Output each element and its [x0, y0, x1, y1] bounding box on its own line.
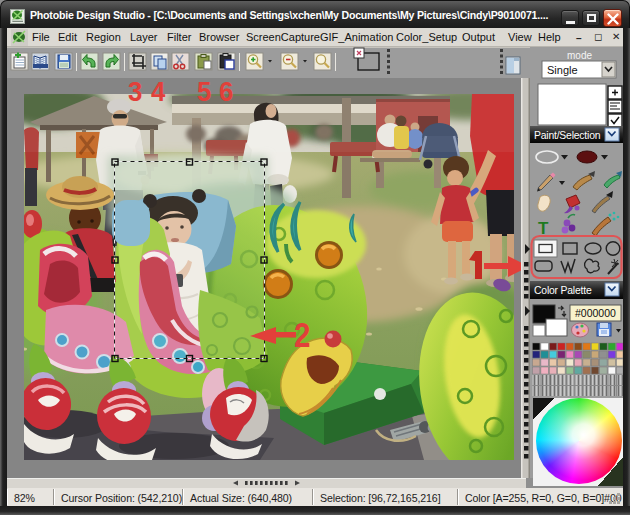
svg-text:mode: mode [567, 50, 592, 61]
svg-text:Paint/Selection: Paint/Selection [534, 130, 601, 141]
svg-text:5: 5 [197, 76, 211, 107]
svg-text:Color Palette: Color Palette [534, 285, 592, 296]
svg-text:#000000: #000000 [575, 307, 616, 319]
svg-text:6: 6 [219, 76, 233, 107]
svg-text:Single: Single [547, 64, 578, 76]
svg-text:4: 4 [151, 76, 165, 107]
svg-text:2: 2 [294, 314, 310, 354]
svg-text:3: 3 [128, 76, 142, 107]
